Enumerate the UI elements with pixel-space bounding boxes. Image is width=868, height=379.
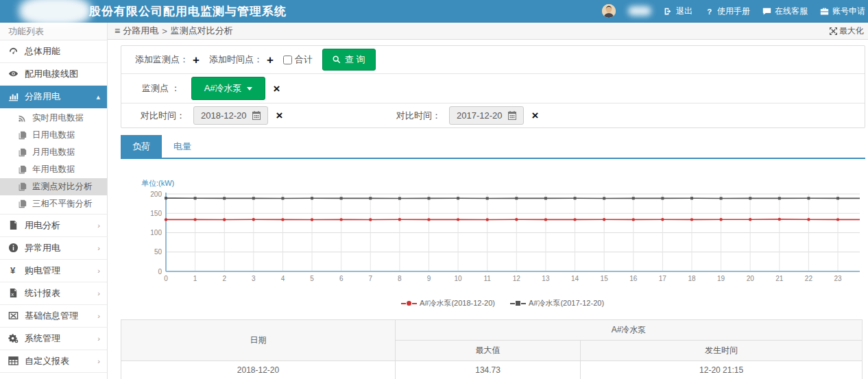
svg-text:1: 1 (193, 275, 197, 282)
eye-icon (8, 69, 19, 80)
main-content: 添加监测点： + 添加时间点： + 合计 查 询 监测点 ： A#冷水泵 × 对 (108, 40, 868, 379)
legend-item[interactable]: A#冷水泵(2018-12-20) (401, 298, 495, 308)
sidebar-menu: 总体用能配用电接线图分路用电▴实时用电数据日用电数据月用电数据年用电数据监测点对… (0, 40, 107, 373)
breadcrumb-page: 监测点对比分析 (171, 25, 233, 37)
yen-icon: ¥ (8, 265, 19, 276)
remove-date-button-2[interactable]: × (532, 110, 539, 121)
col-header-max: 最大值 (395, 341, 580, 361)
sidebar-subitem-label: 日用电数据 (32, 130, 75, 141)
breadcrumb-separator: > (162, 26, 167, 36)
svg-text:0: 0 (164, 275, 168, 282)
sidebar-subitem-point-compare[interactable]: 监测点对比分析 (0, 178, 107, 195)
svg-text:200: 200 (150, 191, 162, 198)
chat-icon (762, 7, 771, 16)
compare-date-input-1[interactable]: 2018-12-20 (193, 106, 268, 125)
breadcrumb: ≡ 分路用电 > 监测点对比分析 最大化 (108, 23, 868, 40)
menu-toggle-icon[interactable]: ≡ (114, 25, 120, 36)
remove-point-button[interactable]: × (274, 83, 280, 95)
sidebar-item-basic-info[interactable]: 基础信息管理› (0, 305, 107, 328)
breadcrumb-section[interactable]: 分路用电 (123, 25, 158, 37)
filter-row-add: 添加监测点： + 添加时间点： + 合计 查 询 (121, 46, 865, 73)
svg-text:50: 50 (154, 248, 162, 256)
sidebar-item-label: 总体用能 (25, 45, 60, 58)
svg-text:2: 2 (222, 275, 226, 282)
svg-text:16: 16 (629, 275, 638, 282)
sidebar-item-branch-power[interactable]: 分路用电▴ (0, 86, 107, 108)
sidebar-subitem-realtime-data[interactable]: 实时用电数据 (0, 110, 107, 127)
chart-legend: A#冷水泵(2018-12-20)A#冷水泵(2017-12-20) (140, 298, 865, 308)
sidebar-item-label: 分路用电 (25, 90, 60, 103)
svg-text:4: 4 (281, 275, 285, 282)
support-link[interactable]: 在线客服 (762, 5, 808, 17)
svg-text:19: 19 (717, 275, 725, 282)
sidebar: 功能列表 总体用能配用电接线图分路用电▴实时用电数据日用电数据月用电数据年用电数… (0, 23, 108, 379)
table-icon (8, 356, 19, 367)
remove-date-button-1[interactable]: × (276, 110, 283, 121)
tab-bar: 负荷电量 (121, 135, 865, 159)
total-checkbox-label: 合计 (283, 53, 313, 66)
sidebar-item-label: 统计报表 (25, 287, 60, 299)
compare-date-label-2: 对比时间： (396, 110, 441, 122)
sidebar-item-label: 系统管理 (25, 332, 60, 345)
caret-right-icon: › (97, 221, 100, 230)
sidebar-subitem-phase-unbalance[interactable]: 三相不平衡分析 (0, 195, 107, 212)
sidebar-item-abnormal-power[interactable]: 异常用电› (0, 237, 107, 260)
compare-date-group-2: 对比时间： 2017-12-20 × (396, 106, 538, 125)
rss-icon (18, 114, 27, 123)
svg-text:12: 12 (513, 275, 521, 282)
user-avatar[interactable] (602, 4, 616, 18)
query-button[interactable]: 查 询 (322, 49, 376, 71)
compare-date-input-2[interactable]: 2017-12-20 (449, 106, 524, 125)
sidebar-subitem-daily-data[interactable]: 日用电数据 (0, 127, 107, 144)
sidebar-item-overall-energy[interactable]: 总体用能 (0, 40, 107, 63)
sidebar-item-power-analysis[interactable]: 用电分析› (0, 215, 107, 237)
add-point-button[interactable]: + (193, 54, 200, 66)
sidebar-item-custom-report[interactable]: 自定义报表› (0, 350, 107, 373)
question-icon: ? (705, 7, 714, 16)
search-icon (333, 56, 341, 64)
sidebar-item-wiring-diagram[interactable]: 配用电接线图 (0, 63, 107, 86)
svg-text:¥: ¥ (10, 265, 16, 276)
svg-text:?: ? (707, 7, 712, 15)
svg-text:14: 14 (571, 275, 579, 282)
total-checkbox[interactable] (283, 56, 292, 64)
chevron-down-icon (247, 87, 252, 90)
manual-link[interactable]: ? 使用手册 (705, 5, 750, 17)
svg-text:11: 11 (484, 275, 492, 282)
svg-text:5: 5 (310, 275, 314, 282)
sidebar-item-statistic-report[interactable]: x统计报表› (0, 282, 107, 305)
tab-energy[interactable]: 电量 (162, 135, 203, 158)
col-header-date: 日期 (121, 320, 396, 361)
logout-link[interactable]: 退出 (664, 5, 692, 17)
svg-text:150: 150 (150, 210, 162, 217)
filter-panel: 添加监测点： + 添加时间点： + 合计 查 询 监测点 ： A#冷水泵 × 对 (121, 45, 865, 128)
tab-load[interactable]: 负荷 (121, 135, 162, 158)
svg-text:10: 10 (455, 275, 463, 282)
sidebar-item-label: 购电管理 (25, 265, 60, 277)
sidebar-item-label: 自定义报表 (25, 355, 69, 367)
point-dropdown[interactable]: A#冷水泵 (191, 77, 265, 100)
add-time-button[interactable]: + (267, 54, 274, 66)
account-link[interactable]: 账号申请 (820, 5, 865, 17)
maximize-button[interactable]: 最大化 (830, 25, 864, 37)
sidebar-item-system-mgmt[interactable]: 系统管理› (0, 328, 107, 350)
sidebar-subitem-yearly-data[interactable]: 年用电数据 (0, 161, 107, 178)
app-title: 股份有限公司配用电监测与管理系统 (89, 3, 287, 19)
sidebar-item-purchase-mgmt[interactable]: ¥购电管理› (0, 260, 107, 282)
svg-text:3: 3 (252, 275, 256, 282)
copy-icon (18, 199, 27, 209)
svg-text:17: 17 (659, 275, 667, 282)
svg-text:22: 22 (805, 275, 813, 282)
legend-square-marker (510, 301, 526, 306)
line-chart: 0501001502000123456789101112131415161718… (140, 190, 867, 294)
calendar-icon (252, 111, 261, 120)
filter-row-dates: 对比时间： 2018-12-20 × 对比时间： 2017-12-20 × (121, 103, 865, 127)
copy-icon (18, 182, 27, 192)
svg-text:9: 9 (427, 275, 431, 282)
svg-text:21: 21 (775, 275, 784, 282)
sidebar-item-label: 配用电接线图 (25, 68, 78, 80)
legend-item[interactable]: A#冷水泵(2017-12-20) (510, 298, 604, 308)
svg-text:0: 0 (158, 268, 162, 276)
svg-text:6: 6 (339, 275, 343, 282)
sidebar-subitem-monthly-data[interactable]: 月用电数据 (0, 144, 107, 161)
